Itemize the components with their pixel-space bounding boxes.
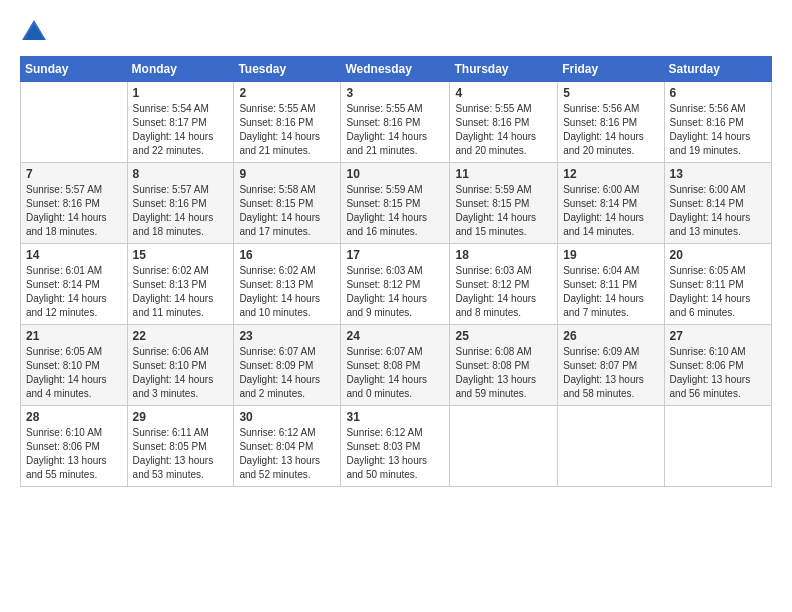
day-info: Sunrise: 6:04 AM Sunset: 8:11 PM Dayligh… [563,264,658,320]
calendar-cell: 18Sunrise: 6:03 AM Sunset: 8:12 PM Dayli… [450,244,558,325]
weekday-header: Saturday [664,57,771,82]
weekday-header: Tuesday [234,57,341,82]
day-number: 11 [455,167,552,181]
calendar-cell: 19Sunrise: 6:04 AM Sunset: 8:11 PM Dayli… [558,244,664,325]
calendar-cell: 16Sunrise: 6:02 AM Sunset: 8:13 PM Dayli… [234,244,341,325]
calendar-cell: 24Sunrise: 6:07 AM Sunset: 8:08 PM Dayli… [341,325,450,406]
day-number: 13 [670,167,766,181]
calendar-cell: 23Sunrise: 6:07 AM Sunset: 8:09 PM Dayli… [234,325,341,406]
calendar-cell: 12Sunrise: 6:00 AM Sunset: 8:14 PM Dayli… [558,163,664,244]
day-number: 2 [239,86,335,100]
day-info: Sunrise: 5:55 AM Sunset: 8:16 PM Dayligh… [455,102,552,158]
calendar-cell: 10Sunrise: 5:59 AM Sunset: 8:15 PM Dayli… [341,163,450,244]
day-info: Sunrise: 5:56 AM Sunset: 8:16 PM Dayligh… [563,102,658,158]
day-number: 1 [133,86,229,100]
weekday-header: Thursday [450,57,558,82]
day-info: Sunrise: 6:12 AM Sunset: 8:03 PM Dayligh… [346,426,444,482]
header-row: SundayMondayTuesdayWednesdayThursdayFrid… [21,57,772,82]
day-info: Sunrise: 6:08 AM Sunset: 8:08 PM Dayligh… [455,345,552,401]
calendar-cell: 7Sunrise: 5:57 AM Sunset: 8:16 PM Daylig… [21,163,128,244]
day-number: 20 [670,248,766,262]
day-number: 28 [26,410,122,424]
calendar-week-row: 21Sunrise: 6:05 AM Sunset: 8:10 PM Dayli… [21,325,772,406]
day-number: 21 [26,329,122,343]
day-number: 6 [670,86,766,100]
day-number: 23 [239,329,335,343]
day-number: 14 [26,248,122,262]
day-info: Sunrise: 5:57 AM Sunset: 8:16 PM Dayligh… [26,183,122,239]
calendar-cell: 6Sunrise: 5:56 AM Sunset: 8:16 PM Daylig… [664,82,771,163]
day-info: Sunrise: 6:02 AM Sunset: 8:13 PM Dayligh… [239,264,335,320]
calendar: SundayMondayTuesdayWednesdayThursdayFrid… [20,56,772,487]
calendar-cell: 9Sunrise: 5:58 AM Sunset: 8:15 PM Daylig… [234,163,341,244]
calendar-cell: 20Sunrise: 6:05 AM Sunset: 8:11 PM Dayli… [664,244,771,325]
day-number: 17 [346,248,444,262]
day-number: 24 [346,329,444,343]
calendar-body: 1Sunrise: 5:54 AM Sunset: 8:17 PM Daylig… [21,82,772,487]
day-info: Sunrise: 6:00 AM Sunset: 8:14 PM Dayligh… [670,183,766,239]
header [20,18,772,46]
calendar-week-row: 7Sunrise: 5:57 AM Sunset: 8:16 PM Daylig… [21,163,772,244]
day-number: 8 [133,167,229,181]
calendar-cell [664,406,771,487]
calendar-cell [558,406,664,487]
calendar-cell: 22Sunrise: 6:06 AM Sunset: 8:10 PM Dayli… [127,325,234,406]
day-number: 18 [455,248,552,262]
calendar-cell: 14Sunrise: 6:01 AM Sunset: 8:14 PM Dayli… [21,244,128,325]
day-number: 15 [133,248,229,262]
calendar-cell: 29Sunrise: 6:11 AM Sunset: 8:05 PM Dayli… [127,406,234,487]
logo-icon [20,18,48,46]
calendar-cell: 1Sunrise: 5:54 AM Sunset: 8:17 PM Daylig… [127,82,234,163]
calendar-cell [450,406,558,487]
day-number: 7 [26,167,122,181]
day-info: Sunrise: 5:56 AM Sunset: 8:16 PM Dayligh… [670,102,766,158]
calendar-cell: 8Sunrise: 5:57 AM Sunset: 8:16 PM Daylig… [127,163,234,244]
day-info: Sunrise: 5:59 AM Sunset: 8:15 PM Dayligh… [346,183,444,239]
calendar-cell: 4Sunrise: 5:55 AM Sunset: 8:16 PM Daylig… [450,82,558,163]
day-number: 29 [133,410,229,424]
day-info: Sunrise: 5:59 AM Sunset: 8:15 PM Dayligh… [455,183,552,239]
day-number: 27 [670,329,766,343]
day-info: Sunrise: 6:10 AM Sunset: 8:06 PM Dayligh… [26,426,122,482]
calendar-cell: 30Sunrise: 6:12 AM Sunset: 8:04 PM Dayli… [234,406,341,487]
day-info: Sunrise: 5:54 AM Sunset: 8:17 PM Dayligh… [133,102,229,158]
day-number: 3 [346,86,444,100]
day-number: 31 [346,410,444,424]
weekday-header: Friday [558,57,664,82]
weekday-header: Wednesday [341,57,450,82]
day-info: Sunrise: 6:01 AM Sunset: 8:14 PM Dayligh… [26,264,122,320]
day-info: Sunrise: 6:02 AM Sunset: 8:13 PM Dayligh… [133,264,229,320]
day-number: 9 [239,167,335,181]
day-info: Sunrise: 5:57 AM Sunset: 8:16 PM Dayligh… [133,183,229,239]
calendar-week-row: 14Sunrise: 6:01 AM Sunset: 8:14 PM Dayli… [21,244,772,325]
day-info: Sunrise: 6:07 AM Sunset: 8:08 PM Dayligh… [346,345,444,401]
day-info: Sunrise: 5:58 AM Sunset: 8:15 PM Dayligh… [239,183,335,239]
day-number: 5 [563,86,658,100]
day-number: 19 [563,248,658,262]
day-number: 16 [239,248,335,262]
day-info: Sunrise: 6:05 AM Sunset: 8:10 PM Dayligh… [26,345,122,401]
day-number: 22 [133,329,229,343]
day-info: Sunrise: 5:55 AM Sunset: 8:16 PM Dayligh… [239,102,335,158]
calendar-cell: 28Sunrise: 6:10 AM Sunset: 8:06 PM Dayli… [21,406,128,487]
calendar-cell: 25Sunrise: 6:08 AM Sunset: 8:08 PM Dayli… [450,325,558,406]
calendar-cell: 21Sunrise: 6:05 AM Sunset: 8:10 PM Dayli… [21,325,128,406]
day-info: Sunrise: 6:05 AM Sunset: 8:11 PM Dayligh… [670,264,766,320]
day-info: Sunrise: 6:07 AM Sunset: 8:09 PM Dayligh… [239,345,335,401]
calendar-cell: 26Sunrise: 6:09 AM Sunset: 8:07 PM Dayli… [558,325,664,406]
calendar-cell: 31Sunrise: 6:12 AM Sunset: 8:03 PM Dayli… [341,406,450,487]
calendar-cell: 3Sunrise: 5:55 AM Sunset: 8:16 PM Daylig… [341,82,450,163]
day-info: Sunrise: 5:55 AM Sunset: 8:16 PM Dayligh… [346,102,444,158]
weekday-header: Sunday [21,57,128,82]
calendar-cell: 17Sunrise: 6:03 AM Sunset: 8:12 PM Dayli… [341,244,450,325]
day-info: Sunrise: 6:12 AM Sunset: 8:04 PM Dayligh… [239,426,335,482]
day-number: 30 [239,410,335,424]
calendar-cell: 5Sunrise: 5:56 AM Sunset: 8:16 PM Daylig… [558,82,664,163]
day-info: Sunrise: 6:03 AM Sunset: 8:12 PM Dayligh… [346,264,444,320]
page: SundayMondayTuesdayWednesdayThursdayFrid… [0,0,792,612]
day-number: 4 [455,86,552,100]
calendar-cell: 13Sunrise: 6:00 AM Sunset: 8:14 PM Dayli… [664,163,771,244]
calendar-cell: 15Sunrise: 6:02 AM Sunset: 8:13 PM Dayli… [127,244,234,325]
calendar-cell [21,82,128,163]
calendar-cell: 27Sunrise: 6:10 AM Sunset: 8:06 PM Dayli… [664,325,771,406]
